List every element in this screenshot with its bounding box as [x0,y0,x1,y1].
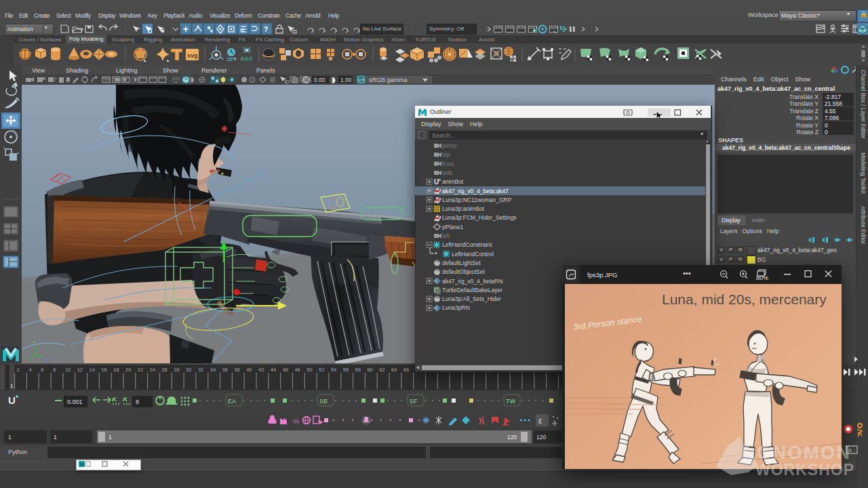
svg-text:EA: EA [228,398,236,405]
svg-text:18: 18 [113,367,119,373]
svg-text:50: 50 [307,367,312,373]
svg-text:?: ? [264,26,268,33]
svg-text:TurtleDefaultBakeLayer: TurtleDefaultBakeLayer [442,287,502,293]
svg-text:38: 38 [234,367,239,373]
svg-text:54: 54 [331,367,336,373]
svg-text:1: 1 [10,383,14,389]
svg-text:x: x [24,359,27,363]
svg-text:x: x [234,56,237,61]
svg-text:LeftHandConstraint: LeftHandConstraint [442,241,492,248]
svg-text:M: M [79,461,85,468]
svg-text:0,0,0: 0,0,0 [241,56,252,62]
svg-text:42: 42 [258,367,264,373]
svg-text:8: 8 [136,399,139,405]
svg-text:svg: svg [187,52,198,59]
svg-text:sRGB gamma: sRGB gamma [369,77,408,83]
svg-text:66: 66 [403,367,409,373]
svg-text:32: 32 [198,367,203,373]
svg-text:34: 34 [210,367,216,373]
svg-text:6: 6 [41,367,43,373]
svg-text:56: 56 [343,367,349,373]
svg-text:U: U [434,178,439,186]
svg-text:0.001: 0.001 [67,399,83,405]
svg-text:GNOMON: GNOMON [757,443,852,463]
svg-text:26: 26 [161,367,167,373]
svg-text:8: 8 [53,367,56,373]
svg-text:1.00: 1.00 [340,77,352,83]
svg-text:z: z [46,357,49,363]
svg-text:persp: persp [442,142,457,149]
svg-text:ε: ε [538,416,542,426]
svg-text:fps3p.JPG: fps3p.JPG [587,271,617,279]
svg-text:SF: SF [410,398,418,405]
svg-text:Luna3p:FCM_Hider_Settings: Luna3p:FCM_Hider_Settings [442,214,517,221]
svg-text:defaultObjectSet: defaultObjectSet [442,268,485,275]
svg-text:pPlane1: pPlane1 [442,224,463,230]
svg-text:58: 58 [355,367,361,373]
svg-text:20: 20 [125,367,131,373]
svg-text:22: 22 [138,367,143,373]
svg-text:U: U [8,394,16,406]
svg-text:Luna3pRN: Luna3pRN [442,304,470,311]
svg-text:Luna3p:NC11woman_GRP: Luna3p:NC11woman_GRP [442,197,512,203]
svg-text:Luna3p:All_Sets_Hider: Luna3p:All_Sets_Hider [442,296,501,302]
svg-text:46: 46 [283,367,288,373]
svg-text:ak47_rig_v0_4_betaRN: ak47_rig_v0_4_betaRN [442,278,502,285]
svg-text:60: 60 [367,367,372,373]
svg-text:64: 64 [391,367,397,373]
svg-text:14: 14 [90,367,95,373]
svg-text:•••: ••• [683,269,691,277]
svg-text:4: 4 [28,367,31,373]
svg-text:Luna, mid 20s, mercenary: Luna, mid 20s, mercenary [662,291,827,307]
svg-text:52: 52 [319,367,324,373]
svg-text:80%: 80% [756,274,768,281]
svg-text:LeftHandControl: LeftHandControl [452,251,494,258]
svg-text:24: 24 [150,367,155,373]
svg-text:WORKSHOP: WORKSHOP [755,461,854,479]
svg-text:front: front [442,161,454,167]
svg-text:defaultLightSet: defaultLightSet [442,260,481,266]
svg-text:animBot: animBot [442,178,464,185]
svg-text:12: 12 [77,367,83,373]
svg-text:40: 40 [246,367,252,373]
svg-text:side: side [442,169,453,176]
svg-text:left: left [442,232,450,239]
svg-text:ak47_rig_v0_4_beta:ak47: ak47_rig_v0_4_beta:ak47 [442,188,509,195]
svg-text:48: 48 [294,367,300,373]
svg-text:cm: cm [359,77,365,82]
svg-text:36: 36 [222,367,228,373]
svg-text:2: 2 [17,367,20,373]
svg-text:0.00: 0.00 [314,77,326,83]
svg-text:16: 16 [101,367,106,373]
svg-text:44: 44 [271,367,276,373]
svg-text:TW: TW [506,398,515,405]
svg-text:Luna3p:animBot: Luna3p:animBot [442,205,485,212]
svg-text:28: 28 [174,367,179,373]
svg-text:N: N [240,27,244,33]
svg-text:10: 10 [65,367,71,373]
svg-text:♾: ♾ [292,417,300,426]
svg-text:Y: Y [33,340,37,346]
svg-text:62: 62 [379,367,384,373]
svg-text:top: top [442,151,450,158]
svg-text:SB: SB [319,398,328,405]
svg-text:30: 30 [186,367,191,373]
